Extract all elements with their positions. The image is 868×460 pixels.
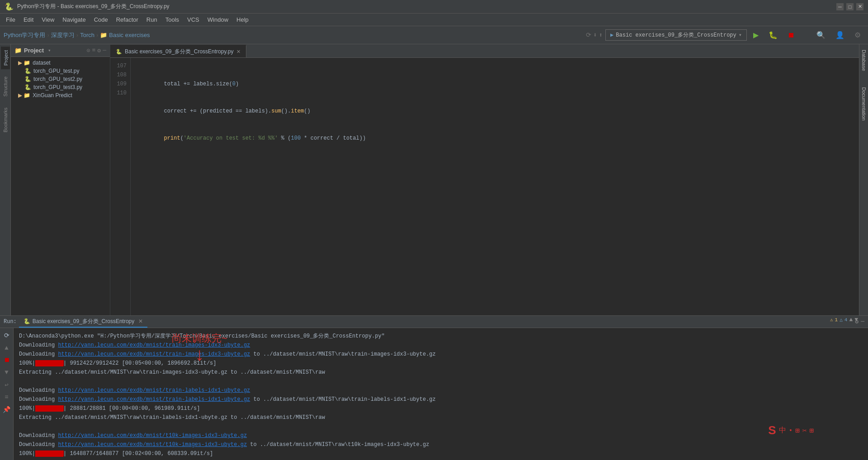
- project-panel-title: Project: [24, 47, 44, 54]
- code-content: 107 108 109 110 total += labels.size(0) …: [110, 58, 859, 315]
- menu-edit[interactable]: Edit: [20, 15, 37, 24]
- menu-view[interactable]: View: [38, 15, 58, 24]
- output-prog2: 100%|██████████| 28881/28881 [00:00<00:0…: [19, 404, 863, 413]
- title-bar-title: Python学习专用 - Basic exercises_09_多分类_Cros…: [17, 3, 170, 10]
- tree-item-gpu-test[interactable]: 🐍 torch_GPU_test.py: [11, 67, 110, 75]
- debug-button[interactable]: 🐛: [765, 29, 781, 41]
- tree-item-gpu-test3[interactable]: 🐍 torch_GPU_test3.py: [11, 83, 110, 91]
- line-numbers: 107 108 109 110: [110, 58, 131, 315]
- output-dl3b: Downloading http://yann.lecun.com/exdb/m…: [19, 440, 863, 449]
- output-dl2a: Downloading http://yann.lecun.com/exdb/m…: [19, 386, 863, 395]
- watermark-s: S: [768, 423, 776, 437]
- run-stop-icon[interactable]: ⏹: [2, 355, 11, 365]
- panel-ctrl-minimize[interactable]: ─: [103, 47, 106, 54]
- editor-tab-label: Basic exercises_09_多分类_CrossEntropy.py: [125, 48, 234, 56]
- maximize-button[interactable]: □: [846, 3, 854, 10]
- watermark-icon3: ⊞: [809, 426, 814, 435]
- run-minimize-icon[interactable]: ─: [861, 318, 864, 325]
- line-num-110: 110: [114, 89, 127, 98]
- run-tab-bar: Run: 🐍 Basic exercises_09_多分类_CrossEntro…: [0, 315, 868, 328]
- tab-close-button[interactable]: ✕: [236, 49, 241, 55]
- run-tree-icon[interactable]: ≡: [3, 392, 9, 402]
- run-scroll-down-icon[interactable]: ▼: [3, 367, 9, 377]
- title-bar: 🐍 Python学习专用 - Basic exercises_09_多分类_Cr…: [0, 0, 868, 14]
- menu-file[interactable]: File: [2, 15, 19, 24]
- profile-button[interactable]: 👤: [832, 29, 848, 41]
- menu-vcs[interactable]: VCS: [184, 15, 203, 24]
- tree-file-gpu-test2: torch_GPU_test2.py: [33, 76, 82, 82]
- editor-area: 🐍 Basic exercises_09_多分类_CrossEntropy.py…: [110, 44, 859, 315]
- line-num-108: 108: [114, 70, 127, 80]
- code-lines[interactable]: total += labels.size(0) correct += (pred…: [131, 58, 859, 315]
- search-button[interactable]: 🔍: [813, 29, 829, 41]
- output-extract3: Extracting ../dataset/mnist/MNIST\raw\t1…: [19, 458, 863, 460]
- breadcrumb-sep3: ›: [96, 32, 98, 38]
- run-active-icon: 🐍: [24, 318, 30, 324]
- editor-tab-active[interactable]: 🐍 Basic exercises_09_多分类_CrossEntropy.py…: [110, 45, 246, 57]
- close-button[interactable]: ✕: [856, 3, 863, 10]
- py-icon-2: 🐍: [24, 76, 31, 82]
- toolbar-icons: ⟳ ⬇ ⬆: [586, 31, 603, 39]
- upload-icon[interactable]: ⬆: [599, 31, 603, 39]
- title-bar-controls: ─ □ ✕: [836, 3, 863, 10]
- output-link-6[interactable]: http://yann.lecun.com/exdb/mnist/t10k-im…: [58, 441, 247, 448]
- run-pin-icon[interactable]: 📌: [1, 404, 12, 415]
- tree-item-xinguan[interactable]: ▶ 📁 XinGuan Predict: [11, 91, 110, 99]
- bookmarks-tab[interactable]: Bookmarks: [1, 104, 9, 136]
- menu-code[interactable]: Code: [90, 15, 112, 24]
- breadcrumb-deeplearning[interactable]: 深度学习: [51, 31, 75, 39]
- folder-icon-2: ▶ 📁: [18, 92, 30, 99]
- breadcrumb-project[interactable]: Python学习专用: [4, 31, 45, 39]
- menu-help[interactable]: Help: [233, 15, 252, 24]
- line-num-109: 109: [114, 80, 127, 89]
- watermark: S 中 • ⊞ ✂ ⊞: [768, 423, 814, 437]
- menu-tools[interactable]: Tools: [162, 15, 183, 24]
- code-line-107: total += labels.size(0): [138, 80, 852, 89]
- project-dropdown-icon[interactable]: ▾: [48, 47, 51, 53]
- tree-item-gpu-test2[interactable]: 🐍 torch_GPU_test2.py: [11, 75, 110, 83]
- panel-ctrl-settings[interactable]: ⚙: [97, 47, 101, 54]
- structure-tab[interactable]: Structure: [1, 73, 9, 100]
- project-tab[interactable]: Project: [1, 47, 10, 69]
- tree-file-gpu-test: torch_GPU_test.py: [33, 68, 79, 74]
- documentation-tab[interactable]: Documentation: [860, 84, 868, 124]
- menu-refactor[interactable]: Refactor: [113, 15, 142, 24]
- tree-item-dataset[interactable]: ▶ 📁 dataset: [11, 59, 110, 67]
- output-dl1a: Downloading http://yann.lecun.com/exdb/m…: [19, 341, 863, 350]
- run-sidebar: ⟳ ▲ ⏹ ▼ ↩ ≡ 📌: [0, 328, 14, 460]
- py-icon-1: 🐍: [24, 68, 31, 74]
- title-bar-left: 🐍 Python学习专用 - Basic exercises_09_多分类_Cr…: [5, 2, 170, 11]
- panel-controls: ⊙ ≡ ⚙ ─: [87, 47, 106, 54]
- stop-button[interactable]: ⏹: [784, 30, 798, 41]
- run-tab-active[interactable]: 🐍 Basic exercises_09_多分类_CrossEntropy ✕: [19, 316, 147, 328]
- panel-ctrl-collapse[interactable]: ≡: [92, 47, 96, 54]
- run-rerun-icon[interactable]: ⟳: [3, 330, 11, 341]
- output-link-3[interactable]: http://yann.lecun.com/exdb/mnist/train-l…: [58, 387, 250, 394]
- menu-window[interactable]: Window: [204, 15, 232, 24]
- run-config-dropdown-icon[interactable]: ▾: [739, 32, 742, 38]
- output-link-5[interactable]: http://yann.lecun.com/exdb/mnist/t10k-im…: [58, 432, 247, 439]
- run-tab-close[interactable]: ✕: [138, 318, 143, 324]
- annotation-text: 尚未训练完~: [172, 332, 227, 345]
- panel-ctrl-scope[interactable]: ⊙: [87, 47, 90, 54]
- minimize-button[interactable]: ─: [836, 3, 844, 10]
- project-panel-header: 📁 Project ▾ ⊙ ≡ ⚙ ─: [11, 44, 110, 57]
- file-tree: ▶ 📁 dataset 🐍 torch_GPU_test.py 🐍 torch_…: [11, 57, 110, 315]
- run-button[interactable]: ▶: [750, 29, 762, 41]
- run-output-area: ⟳ ▲ ⏹ ▼ ↩ ≡ 📌 D:\Anaconda3\python.exe "H…: [0, 328, 868, 460]
- breadcrumb-torch[interactable]: Torch: [80, 32, 94, 38]
- run-wrap-icon[interactable]: ↩: [3, 380, 9, 390]
- download-icon[interactable]: ⬇: [593, 31, 597, 39]
- output-link-4[interactable]: http://yann.lecun.com/exdb/mnist/train-l…: [58, 396, 250, 403]
- watermark-dot: •: [789, 427, 793, 434]
- refresh-icon[interactable]: ⟳: [586, 31, 591, 39]
- menu-navigate[interactable]: Navigate: [59, 15, 89, 24]
- editor-tab-bar: 🐍 Basic exercises_09_多分类_CrossEntropy.py…: [110, 44, 859, 58]
- breadcrumb-exercises[interactable]: Basic exercises: [109, 32, 150, 38]
- menu-run[interactable]: Run: [143, 15, 161, 24]
- output-dl2b: Downloading http://yann.lecun.com/exdb/m…: [19, 395, 863, 404]
- run-config-box[interactable]: ▶ Basic exercises_09_多分类_CrossEntropy ▾: [605, 29, 747, 41]
- settings-button[interactable]: ⚙: [851, 29, 864, 41]
- databases-tab[interactable]: Database: [860, 46, 868, 75]
- run-scroll-up-icon[interactable]: ▲: [3, 343, 9, 353]
